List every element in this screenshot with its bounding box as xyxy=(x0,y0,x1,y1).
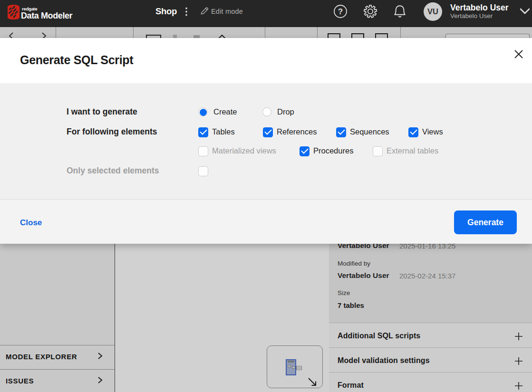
svg-text:?: ? xyxy=(338,7,343,16)
